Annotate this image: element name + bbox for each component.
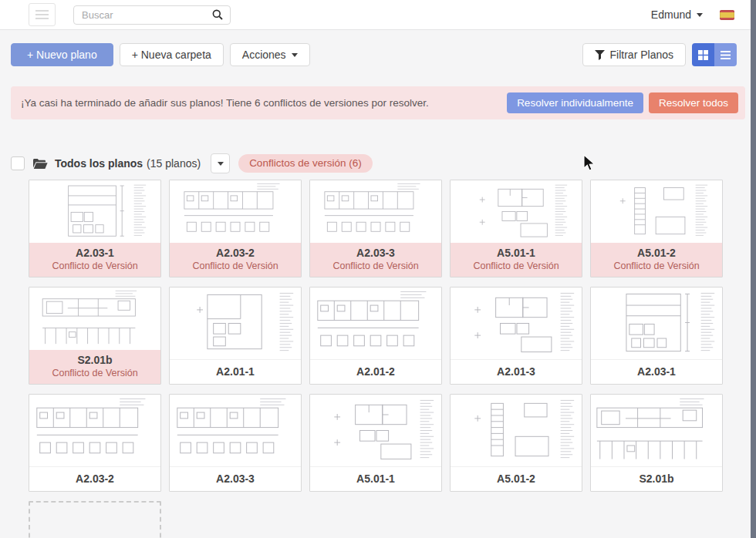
plan-card[interactable]: A2.03-1 Conflicto de Versión [29,180,161,277]
spain-flag-icon[interactable] [720,10,734,20]
upload-placeholder[interactable] [29,501,161,538]
plan-title: A2.01-3 [452,365,580,378]
plan-card-footer: A5.01-1 Conflicto de Versión [451,243,582,277]
plan-card-footer: A2.03-1 Conflicto de Versión [29,243,160,277]
plan-card-footer: A2.01-3 [451,359,582,384]
plan-thumbnail [29,395,160,466]
plan-card-footer: A2.03-3 Conflicto de Versión [310,243,441,277]
chevron-down-icon [697,13,703,17]
plan-grid: A2.03-1 Conflicto de Versión A2.03-2 Con… [0,173,756,538]
plan-card[interactable]: A2.03-2 Conflicto de Versión [169,180,302,277]
user-name: Edmund [651,8,691,21]
plan-conflict-label: Conflicto de Versión [452,261,580,271]
resolve-all-button[interactable]: Resolver todos [649,92,738,113]
list-view-button[interactable] [714,43,737,66]
list-icon [721,51,731,59]
plan-card[interactable]: A2.03-2 [29,394,161,492]
plan-card[interactable]: A5.01-2 Conflicto de Versión [590,180,723,277]
filter-plans-button[interactable]: Filtrar Planos [582,43,686,66]
plan-thumbnail [29,180,160,243]
plan-card[interactable]: S2.01b Conflicto de Versión [29,287,161,385]
vertical-scrollbar[interactable] [751,0,756,538]
plan-title: A2.03-3 [312,247,440,259]
plan-title: A2.01-1 [171,365,299,378]
plan-title: A2.01-2 [312,365,440,378]
plan-title: A5.01-2 [452,472,580,485]
funnel-icon [595,50,605,60]
view-toggle [692,43,737,66]
plan-card-footer: A5.01-1 [310,466,441,491]
plan-conflict-label: Conflicto de Versión [592,261,721,271]
menu-icon[interactable] [29,3,56,26]
plan-thumbnail [451,180,582,243]
chevron-down-icon [292,53,298,57]
user-menu[interactable]: Edmund [651,8,703,21]
chevron-down-icon [218,162,224,166]
plan-card-footer: A2.01-2 [310,359,441,384]
plan-card[interactable]: A5.01-2 [450,394,582,492]
grid-icon [698,50,708,60]
plan-card-footer: A2.03-1 [591,359,722,384]
plan-card-footer: S2.01b [591,466,722,491]
plan-thumbnail [591,287,722,359]
plan-thumbnail [310,180,441,243]
plan-title: A2.03-1 [592,365,721,378]
actions-button[interactable]: Acciones [230,43,310,66]
folder-name: Todos los planos [55,157,143,170]
plan-card-footer: A2.03-2 Conflicto de Versión [170,243,301,277]
folder-count: (15 planos) [147,157,201,170]
new-folder-button[interactable]: + Nueva carpeta [120,43,224,66]
plan-card[interactable]: A2.03-1 [590,287,723,385]
plan-title: A5.01-2 [592,247,721,259]
plan-title: A5.01-1 [452,247,580,259]
alert-message: ¡Ya casi ha terminado de añadir sus plan… [21,97,501,109]
plan-card[interactable]: A2.01-1 [169,287,302,385]
plan-thumbnail [29,287,160,350]
folder-dropdown-button[interactable] [211,153,230,173]
plan-card[interactable]: A2.01-2 [309,287,442,385]
actions-label: Acciones [242,49,286,61]
plan-thumbnail [591,395,722,466]
plan-thumbnail [170,287,301,359]
plan-thumbnail [451,395,582,466]
plan-thumbnail [591,180,722,243]
plan-thumbnail [310,395,441,466]
plan-card-footer: S2.01b Conflicto de Versión [29,350,160,384]
version-conflicts-badge[interactable]: Conflictos de versión (6) [238,154,373,173]
plan-title: S2.01b [592,472,721,485]
plan-card[interactable]: A2.01-3 [450,287,582,385]
plan-title: A5.01-1 [312,472,440,485]
plan-card-footer: A5.01-2 [451,466,582,491]
select-all-checkbox[interactable] [11,156,25,170]
search-icon[interactable] [212,9,223,20]
plan-card-footer: A2.03-3 [170,466,301,491]
plan-card[interactable]: A5.01-1 Conflicto de Versión [450,180,582,277]
new-plan-button[interactable]: + Nuevo plano [11,43,113,66]
plan-card[interactable]: A2.03-3 [169,394,302,492]
plan-thumbnail [170,180,301,243]
top-bar: Edmund [0,0,756,30]
plan-card[interactable]: S2.01b [590,394,723,492]
open-folder-icon [32,158,48,170]
resolve-individually-button[interactable]: Resolver individualmente [507,92,643,113]
plan-conflict-label: Conflicto de Versión [171,261,299,271]
search-input[interactable] [74,9,212,21]
plan-card[interactable]: A5.01-1 [309,394,442,492]
filter-plans-label: Filtrar Planos [610,49,673,61]
plan-conflict-label: Conflicto de Versión [312,261,440,271]
plan-thumbnail [170,395,301,466]
plan-title: S2.01b [31,354,159,366]
plan-card-footer: A5.01-2 Conflicto de Versión [591,243,722,277]
plan-title: A2.03-2 [171,247,299,259]
plan-card-footer: A2.03-2 [29,466,160,491]
toolbar: + Nuevo plano + Nueva carpeta Acciones F… [0,30,756,66]
plan-thumbnail [451,287,582,359]
plan-conflict-label: Conflicto de Versión [31,261,159,271]
plan-title: A2.03-2 [31,472,159,485]
plan-card[interactable]: A2.03-3 Conflicto de Versión [309,180,442,277]
plan-thumbnail [310,287,441,359]
plan-title: A2.03-1 [31,247,159,259]
plan-title: A2.03-3 [171,472,299,485]
grid-view-button[interactable] [692,43,714,66]
toolbar-right: Filtrar Planos [582,43,737,66]
